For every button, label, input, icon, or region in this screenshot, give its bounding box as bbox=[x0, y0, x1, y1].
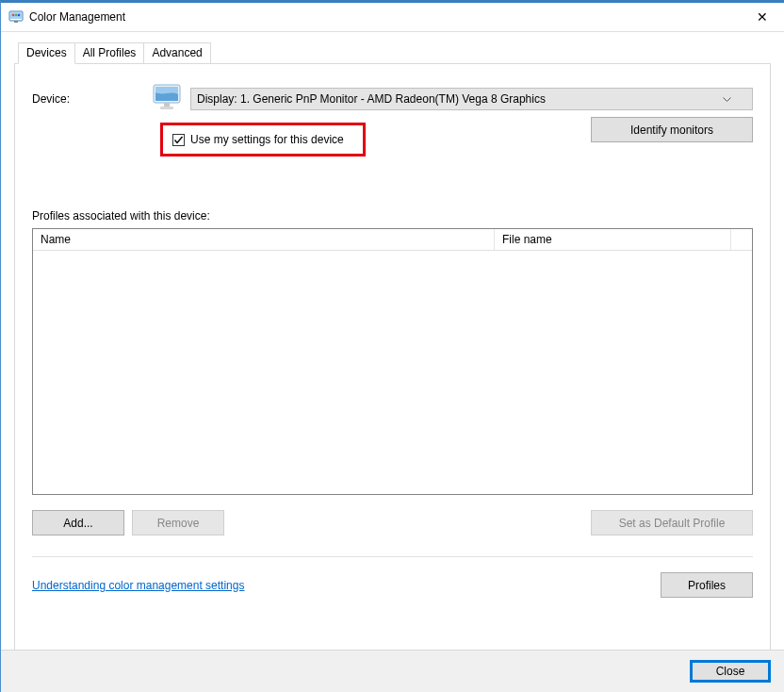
profile-buttons-row: Add... Remove Set as Default Profile bbox=[32, 510, 753, 535]
column-header-filename[interactable]: File name bbox=[495, 229, 731, 250]
device-selected-text: Display: 1. Generic PnP Monitor - AMD Ra… bbox=[197, 92, 546, 106]
identify-monitors-button[interactable]: Identify monitors bbox=[591, 117, 753, 142]
svg-rect-5 bbox=[14, 21, 18, 23]
tab-advanced[interactable]: Advanced bbox=[143, 42, 210, 64]
column-header-name[interactable]: Name bbox=[33, 229, 495, 250]
bottom-row: Understanding color management settings … bbox=[32, 572, 753, 598]
svg-point-3 bbox=[15, 14, 18, 17]
tab-all-profiles[interactable]: All Profiles bbox=[74, 42, 145, 64]
dialog-footer: Close bbox=[1, 650, 784, 692]
profiles-button[interactable]: Profiles bbox=[661, 572, 753, 598]
column-header-spacer bbox=[731, 229, 752, 250]
titlebar: Color Management ✕ bbox=[1, 3, 784, 32]
window-close-button[interactable]: ✕ bbox=[741, 3, 784, 32]
understanding-link[interactable]: Understanding color management settings bbox=[32, 579, 244, 592]
close-button[interactable]: Close bbox=[690, 660, 771, 683]
monitor-icon bbox=[151, 83, 185, 115]
svg-rect-8 bbox=[164, 103, 170, 107]
svg-rect-9 bbox=[160, 107, 173, 109]
set-default-button: Set as Default Profile bbox=[591, 510, 753, 535]
highlight-annotation: Use my settings for this device bbox=[160, 123, 366, 157]
listview-header: Name File name bbox=[33, 229, 752, 251]
add-button[interactable]: Add... bbox=[32, 510, 124, 535]
close-icon: ✕ bbox=[757, 10, 768, 24]
use-my-settings-label: Use my settings for this device bbox=[190, 133, 344, 146]
tab-panel: Device: Display: 1. Generic PnP Monitor … bbox=[14, 63, 771, 667]
remove-button: Remove bbox=[132, 510, 224, 535]
svg-point-2 bbox=[12, 14, 15, 17]
profiles-section-label: Profiles associated with this device: bbox=[32, 209, 753, 222]
device-label: Device: bbox=[32, 92, 145, 106]
window-title: Color Management bbox=[29, 10, 741, 24]
device-row: Device: Display: 1. Generic PnP Monitor … bbox=[32, 83, 753, 115]
use-my-settings-checkbox[interactable] bbox=[172, 134, 185, 146]
profiles-listview[interactable]: Name File name bbox=[32, 228, 753, 495]
divider bbox=[32, 556, 753, 557]
tab-strip: Devices All Profiles Advanced bbox=[18, 42, 771, 64]
app-icon bbox=[8, 9, 24, 25]
svg-point-4 bbox=[18, 14, 21, 17]
content-area: Devices All Profiles Advanced Device: Di… bbox=[1, 32, 784, 667]
check-icon bbox=[173, 135, 184, 145]
tab-devices[interactable]: Devices bbox=[18, 42, 75, 64]
device-dropdown[interactable]: Display: 1. Generic PnP Monitor - AMD Ra… bbox=[190, 88, 753, 110]
chevron-down-icon bbox=[723, 92, 731, 106]
